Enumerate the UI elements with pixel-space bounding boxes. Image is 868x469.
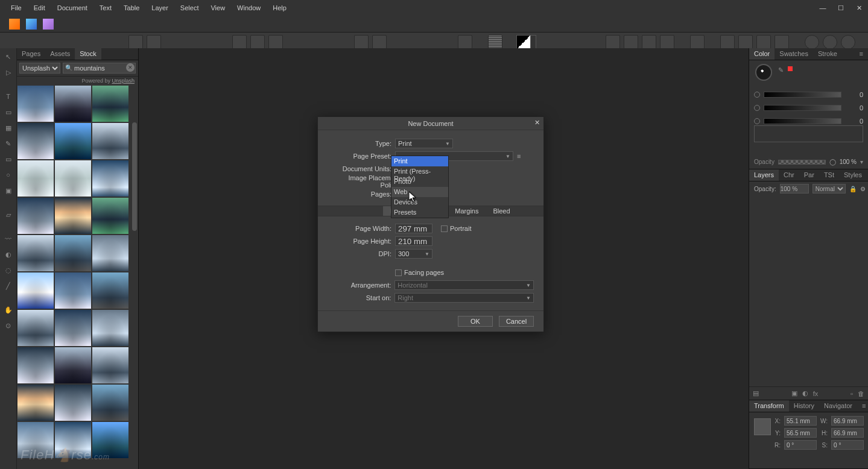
stock-thumbnail[interactable] (92, 347, 128, 383)
x-input[interactable] (784, 416, 817, 426)
stock-thumbnail[interactable] (55, 235, 91, 271)
toolbar-button[interactable] (147, 35, 161, 49)
dpi-combo[interactable]: 300▼ (395, 249, 432, 259)
dialog-close-icon[interactable]: ✕ (534, 119, 540, 127)
toolbar-button[interactable] (690, 35, 705, 49)
stock-thumbnail[interactable] (17, 272, 54, 309)
toolbar-button[interactable] (823, 35, 837, 49)
stock-thumbnail[interactable] (17, 347, 54, 383)
stock-thumbnail[interactable] (92, 160, 128, 197)
tab-character[interactable]: Chr (779, 169, 799, 181)
type-combo[interactable]: Print▼ (395, 139, 453, 148)
menu-file[interactable]: File (5, 0, 28, 16)
stock-thumbnail[interactable] (55, 310, 91, 346)
toolbar-button[interactable] (232, 35, 247, 49)
tab-text-styles[interactable]: TSt (819, 169, 839, 181)
publisher-persona-icon[interactable] (9, 19, 20, 30)
move-tool-icon[interactable]: ↖ (1, 49, 16, 64)
designer-persona-icon[interactable] (26, 19, 37, 30)
toolbar-button[interactable] (458, 35, 472, 49)
stock-thumbnail[interactable] (55, 160, 91, 197)
tab-paragraph[interactable]: Par (799, 169, 819, 181)
hand-tool-icon[interactable]: ✋ (1, 303, 16, 317)
stock-thumbnail[interactable] (92, 272, 128, 309)
rectangle-tool-icon[interactable]: ▭ (1, 152, 16, 166)
toolbar-button[interactable] (128, 35, 143, 49)
transparency-tool-icon[interactable]: ◌ (1, 263, 16, 277)
toolbar-button[interactable] (624, 35, 638, 49)
toolbar-button[interactable] (805, 35, 819, 49)
node-tool-icon[interactable]: ▷ (1, 65, 16, 80)
dialog-titlebar[interactable]: New Document ✕ (318, 117, 543, 130)
stock-thumbnail[interactable] (17, 422, 54, 458)
toolbar-button[interactable] (354, 35, 369, 49)
color-picker-icon[interactable]: ╱ (1, 279, 16, 293)
tab-margins[interactable]: Margins (448, 206, 486, 216)
stock-thumbnail[interactable] (92, 310, 128, 346)
layers-icon[interactable]: ▤ (753, 389, 759, 397)
menu-table[interactable]: Table (118, 0, 145, 16)
stock-thumbnail[interactable] (55, 123, 91, 159)
stock-thumbnail[interactable] (92, 198, 128, 234)
stock-thumbnail[interactable] (92, 86, 128, 122)
stock-thumbnail[interactable] (17, 160, 54, 197)
panel-menu-icon[interactable]: ≡ (855, 48, 868, 60)
stock-thumbnail[interactable] (55, 86, 91, 122)
stock-thumbnail[interactable] (92, 385, 128, 421)
menu-help[interactable]: Help (267, 0, 293, 16)
stock-thumbnail[interactable] (55, 198, 91, 234)
w-input[interactable] (831, 416, 864, 426)
stock-thumbnail[interactable] (55, 385, 91, 421)
photo-persona-icon[interactable] (43, 19, 54, 30)
toolbar-button[interactable] (660, 35, 674, 49)
add-layer-icon[interactable]: ▫ (851, 390, 853, 397)
adjustment-icon[interactable]: ◐ (802, 389, 808, 397)
pen-tool-icon[interactable]: ✎ (1, 136, 16, 151)
menu-select[interactable]: Select (174, 0, 205, 16)
anchor-selector[interactable] (754, 418, 771, 435)
menu-document[interactable]: Document (51, 0, 93, 16)
dropdown-item-web[interactable]: Web (391, 187, 448, 197)
slider-handle-icon[interactable] (754, 118, 760, 124)
tab-history[interactable]: History (789, 400, 819, 412)
tab-swatches[interactable]: Swatches (775, 48, 813, 60)
tab-stroke[interactable]: Stroke (813, 48, 842, 60)
color-slider[interactable] (764, 118, 841, 124)
menu-window[interactable]: Window (231, 0, 267, 16)
stock-thumbnail[interactable] (17, 123, 54, 159)
dropdown-item-photo[interactable]: Photo (391, 177, 448, 187)
start-on-combo[interactable]: Right▼ (394, 293, 534, 303)
delete-layer-icon[interactable]: 🗑 (858, 390, 864, 397)
gear-icon[interactable]: ⚙ (860, 186, 866, 192)
stock-thumbnail[interactable] (17, 235, 54, 271)
panel-menu-icon[interactable]: ≡ (857, 400, 868, 412)
toolbar-button[interactable] (642, 35, 656, 49)
maximize-button[interactable]: ☐ (832, 0, 850, 16)
toolbar-button[interactable] (268, 35, 283, 49)
table-tool-icon[interactable]: ▦ (1, 121, 16, 135)
toolbar-button[interactable] (606, 35, 620, 49)
menu-text[interactable]: Text (93, 0, 118, 16)
dropdown-item-presets[interactable]: Presets (391, 207, 448, 218)
slider-handle-icon[interactable] (754, 92, 760, 98)
shear-input[interactable] (831, 440, 864, 450)
fill-dropdown[interactable] (530, 35, 536, 49)
stock-thumbnail[interactable] (17, 385, 54, 421)
lock-icon[interactable]: 🔒 (849, 186, 857, 192)
tab-color[interactable]: Color (749, 48, 775, 60)
facing-pages-checkbox[interactable] (395, 269, 402, 276)
portrait-checkbox[interactable] (441, 225, 448, 232)
eyedropper-icon[interactable]: ✎ (778, 66, 784, 74)
cancel-button[interactable]: Cancel (499, 316, 534, 327)
close-window-button[interactable]: ✕ (850, 0, 868, 16)
page-width-input[interactable] (395, 224, 432, 233)
stock-thumbnail[interactable] (55, 422, 91, 458)
color-well[interactable] (755, 64, 772, 81)
arrangement-combo[interactable]: Horizontal▼ (394, 280, 534, 290)
tab-bleed[interactable]: Bleed (486, 206, 517, 216)
dropdown-item-print[interactable]: Print (391, 156, 448, 166)
stock-thumbnail[interactable] (17, 198, 54, 234)
mask-icon[interactable]: ▣ (791, 389, 797, 397)
color-slider[interactable] (764, 105, 841, 111)
tab-styles[interactable]: Styles (839, 169, 867, 181)
